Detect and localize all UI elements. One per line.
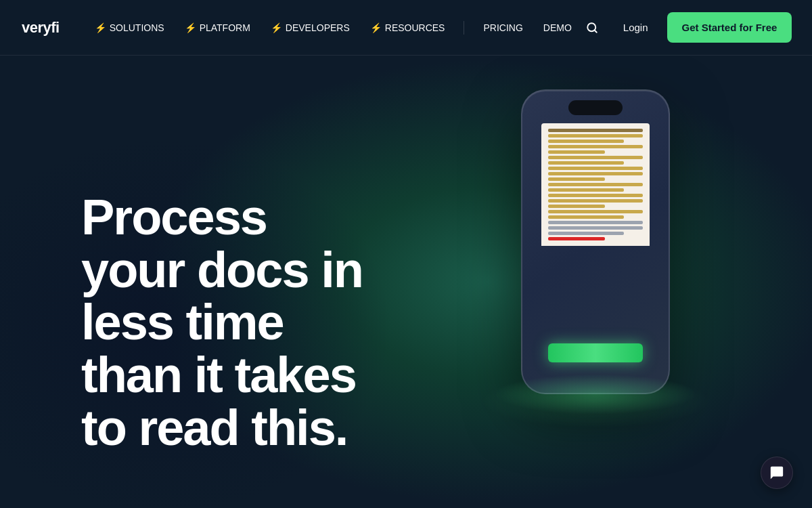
search-button[interactable] (580, 16, 604, 40)
receipt-line-7 (548, 161, 624, 165)
nav-label-platform: PLATFORM (200, 22, 250, 33)
phone-shadow (480, 374, 710, 428)
receipt-line-17 (548, 215, 624, 219)
headline-line-4: than it takes (81, 347, 356, 403)
nav-item-resources[interactable]: ⚡ RESOURCES (362, 17, 453, 39)
nav-separator (464, 21, 464, 35)
receipt-line-8 (548, 167, 643, 170)
receipt-line-6 (548, 156, 643, 159)
nav-label-pricing: PRICING (483, 22, 522, 33)
receipt-line-11 (548, 183, 643, 186)
receipt-line-19 (548, 226, 643, 230)
receipt-content (541, 123, 650, 246)
receipt-line-21 (548, 237, 605, 240)
nav-item-solutions[interactable]: ⚡ SOLUTIONS (87, 17, 173, 39)
nav-label-resources: RESOURCES (385, 22, 445, 33)
chat-icon (769, 465, 784, 480)
lightning-icon-developers: ⚡ (271, 22, 282, 33)
headline-line-2: your docs in (81, 242, 363, 298)
receipt-line-10 (548, 177, 605, 181)
headline-line-5: to read this. (81, 400, 347, 456)
get-started-button[interactable]: Get Started for Free (667, 12, 792, 43)
receipt-line-18 (548, 221, 643, 224)
navbar: veryfi ⚡ SOLUTIONS ⚡ PLATFORM ⚡ DEVELOPE… (0, 0, 812, 56)
search-icon (586, 22, 598, 34)
lightning-icon-platform: ⚡ (185, 22, 196, 33)
nav-item-developers[interactable]: ⚡ DEVELOPERS (263, 17, 358, 39)
nav-item-pricing[interactable]: PRICING (475, 17, 531, 39)
nav-links: ⚡ SOLUTIONS ⚡ PLATFORM ⚡ DEVELOPERS ⚡ RE… (87, 17, 580, 39)
receipt-line-3 (548, 140, 624, 143)
phone-body (521, 89, 670, 394)
nav-label-demo: DEMO (543, 22, 572, 33)
receipt-line-4 (548, 145, 643, 148)
phone-illustration (501, 89, 690, 394)
scan-bar (548, 343, 643, 362)
lightning-icon-solutions: ⚡ (95, 22, 106, 33)
nav-item-demo[interactable]: DEMO (535, 17, 580, 39)
hero-section: Process your docs in less time than it t… (0, 56, 812, 508)
receipt-line-13 (548, 194, 643, 197)
hero-headline: Process your docs in less time than it t… (81, 191, 363, 454)
logo[interactable]: veryfi (22, 19, 60, 37)
receipt-line-2 (548, 134, 643, 137)
hero-content: Process your docs in less time than it t… (81, 191, 363, 454)
nav-label-developers: DEVELOPERS (286, 22, 350, 33)
nav-right: Login Get Started for Free (580, 12, 792, 43)
receipt-line-16 (548, 210, 643, 213)
login-button[interactable]: Login (615, 16, 656, 39)
receipt-line-12 (548, 188, 624, 192)
phone-dynamic-island (568, 100, 623, 115)
lightning-icon-resources: ⚡ (370, 22, 382, 33)
receipt-line-9 (548, 172, 643, 175)
chat-button[interactable] (761, 457, 793, 489)
receipt-line-5 (548, 150, 605, 154)
nav-item-platform[interactable]: ⚡ PLATFORM (177, 17, 258, 39)
headline-line-1: Process (81, 189, 267, 245)
headline-line-3: less time (81, 294, 284, 350)
receipt-line-15 (548, 205, 605, 208)
nav-label-solutions: SOLUTIONS (110, 22, 164, 33)
receipt-line-1 (548, 129, 643, 132)
receipt-line-14 (548, 199, 643, 203)
receipt-line-20 (548, 232, 624, 235)
svg-line-1 (594, 30, 596, 32)
